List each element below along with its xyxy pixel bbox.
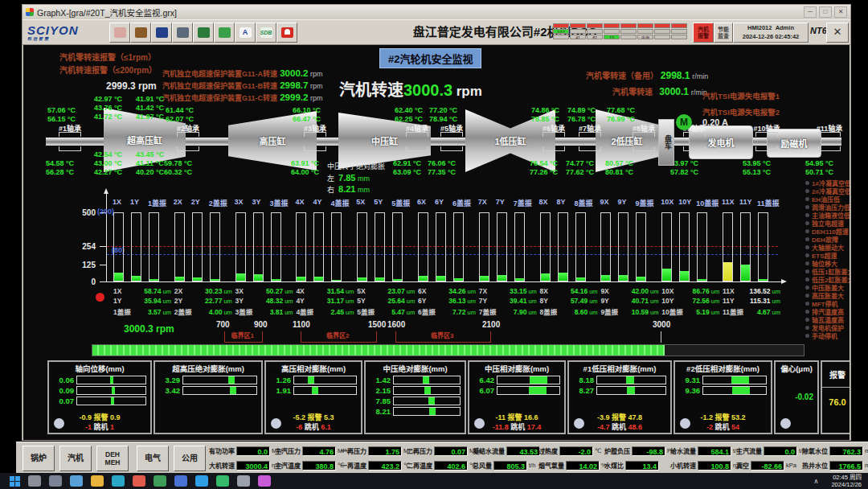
alarm-grid-cell[interactable] bbox=[587, 29, 603, 34]
alarm-grid-cell[interactable] bbox=[620, 35, 637, 39]
vib-value: 3.57 bbox=[148, 308, 162, 316]
uhp-casing-temp: 40.20 °C bbox=[136, 168, 186, 176]
alarm-grid-cell[interactable] bbox=[620, 23, 637, 28]
folder-icon[interactable] bbox=[91, 475, 104, 487]
edge-browser-icon[interactable] bbox=[112, 475, 125, 487]
chart-y-tick: 125 bbox=[73, 261, 96, 269]
display-icon[interactable] bbox=[193, 23, 214, 43]
panel-value: 8.18 bbox=[573, 376, 594, 384]
alarm-grid-cell[interactable] bbox=[604, 23, 620, 28]
tools-icon[interactable] bbox=[130, 23, 151, 43]
alarm-bell-icon[interactable] bbox=[276, 23, 297, 43]
cards-icon[interactable] bbox=[214, 23, 235, 43]
vib-value-label: 7Y bbox=[479, 297, 487, 305]
alarm-grid-cell[interactable]: 82 bbox=[587, 35, 603, 39]
panel-row: 3.42 bbox=[159, 386, 257, 395]
alarm-grid-cell[interactable] bbox=[570, 23, 586, 28]
widgets-icon[interactable] bbox=[70, 475, 83, 487]
vib-bar-label: 7Y bbox=[496, 198, 505, 206]
settings-icon[interactable] bbox=[237, 475, 250, 487]
vib-value-cell: 8Y57.49um bbox=[540, 297, 598, 305]
status-field-label: 主汽流量 bbox=[736, 446, 762, 455]
operator-station-icon[interactable] bbox=[151, 23, 172, 43]
alarm-grid-cell[interactable] bbox=[553, 35, 569, 39]
vib-value: 50.27 bbox=[266, 287, 283, 295]
nav-button-5[interactable]: 公用 bbox=[174, 446, 206, 471]
turbine-alarm-button[interactable]: 汽机报警 bbox=[693, 23, 714, 43]
sdb-logo-icon[interactable]: SDB bbox=[256, 23, 276, 43]
nav-button-2[interactable]: 汽机 bbox=[59, 446, 92, 471]
tray-expand-icon[interactable]: ∧ bbox=[814, 478, 819, 485]
alarm-grid-cell[interactable]: 1/17 bbox=[553, 29, 569, 34]
nav-button-4[interactable]: 电气 bbox=[137, 446, 169, 471]
machine-config-icon[interactable] bbox=[172, 23, 193, 43]
ja-logo-icon[interactable]: A bbox=[235, 23, 256, 43]
uhp-casing-temp: 41.97 °C bbox=[136, 113, 186, 121]
taskbar-clock[interactable]: 02:45 周四 2024/12/26 bbox=[831, 474, 862, 488]
vib-value-cell: 3X50.27um bbox=[235, 287, 293, 295]
vib-value-cell: 8X54.16um bbox=[540, 287, 598, 295]
vib-value: 10.59 bbox=[632, 308, 649, 316]
chrome-browser-icon[interactable] bbox=[133, 475, 145, 487]
search-icon[interactable] bbox=[28, 475, 41, 487]
vib-value-unit: um bbox=[163, 309, 171, 316]
panel-status-lamp-icon bbox=[271, 418, 281, 429]
alarm-grid-cell[interactable]: 13 bbox=[604, 35, 620, 39]
vib-bar-label: 10X bbox=[661, 198, 674, 206]
panel-value: 8.21 bbox=[370, 407, 391, 416]
alarm-grid-cell[interactable] bbox=[637, 29, 653, 34]
bottom-status-strip: 锅炉汽机DEHMEH电气公用 有功功率0.0MW主汽压力4.76MPa一再压力1… bbox=[16, 442, 868, 474]
vib-bar-fill bbox=[175, 277, 184, 281]
alarm-grid-cell[interactable] bbox=[637, 23, 653, 28]
vib-bar-label: 3盖振 bbox=[270, 198, 289, 208]
window-restore-button[interactable]: □ bbox=[819, 6, 832, 18]
panel-value: 1.42 bbox=[370, 376, 391, 384]
panel-alarm-limits: -3.9 报警 47.8 bbox=[569, 413, 670, 422]
green-app-icon[interactable] bbox=[216, 475, 229, 487]
alarm-grid-cell[interactable] bbox=[671, 29, 687, 34]
aux-toolbar-button[interactable]: 节能监查 bbox=[714, 23, 733, 43]
alarm-grid-cell[interactable] bbox=[553, 23, 569, 28]
alarm-grid-cell[interactable] bbox=[620, 29, 637, 34]
nav-button-1[interactable]: 锅炉 bbox=[23, 446, 55, 471]
vib-value-cell: 3Y48.32um bbox=[235, 297, 293, 305]
window-close-button[interactable]: ✕ bbox=[834, 6, 847, 18]
alarm-grid-cell[interactable] bbox=[654, 35, 670, 39]
store-icon[interactable] bbox=[154, 475, 166, 487]
window-minimize-button[interactable]: ─ bbox=[804, 6, 817, 18]
nav-button-3[interactable]: DEHMEH bbox=[96, 446, 129, 471]
taskview-icon[interactable] bbox=[49, 475, 62, 487]
panel-bar-indicator bbox=[423, 376, 429, 384]
alarm-grid-cell[interactable] bbox=[654, 23, 670, 28]
users-icon[interactable] bbox=[109, 23, 130, 43]
nav-button-label: 锅炉 bbox=[31, 454, 47, 462]
mail-icon[interactable] bbox=[174, 475, 187, 487]
alarm-grid-cell[interactable]: 41 bbox=[570, 35, 586, 39]
speed-scale-tick bbox=[661, 331, 661, 343]
vib-value-unit: um bbox=[650, 288, 658, 295]
bearing-bracket-top bbox=[633, 132, 655, 137]
window-titlebar[interactable]: GraphX-[gra/#20T_汽机安全监视.grx] ─ □ ✕ bbox=[23, 5, 850, 19]
alarm-grid-cell[interactable] bbox=[570, 29, 586, 34]
status-field-label: 二再温度 bbox=[407, 461, 432, 470]
local-speed-readout: 2999.3 rpm bbox=[106, 80, 157, 92]
alarm-grid-cell[interactable] bbox=[604, 29, 620, 34]
vib-bar bbox=[636, 212, 646, 281]
media-app-icon[interactable] bbox=[258, 475, 271, 487]
alarm-grid-cell[interactable] bbox=[671, 23, 687, 28]
status-field-label: 总风量 bbox=[473, 461, 492, 470]
vib-bar-label: 9X bbox=[600, 198, 608, 206]
alarm-grid-cell[interactable] bbox=[587, 23, 603, 28]
panel-bar-indicator bbox=[312, 387, 318, 394]
alarm-grid-cell[interactable]: 电源 bbox=[637, 35, 653, 39]
trip-high: 17.4 bbox=[527, 423, 542, 431]
start-icon[interactable] bbox=[10, 476, 20, 487]
panel-bar bbox=[393, 397, 461, 405]
trip-indicator: 润滑油压力低 bbox=[805, 203, 850, 211]
alarm-grid-cell[interactable] bbox=[654, 29, 670, 34]
alarm-grid-cell[interactable] bbox=[671, 35, 687, 39]
uhp-casing-temp: 41.11 °C bbox=[136, 159, 186, 167]
toolbar-close-button[interactable]: ✕ bbox=[826, 23, 849, 43]
code-editor-icon[interactable] bbox=[195, 475, 208, 487]
vib-value-cell: 4盖振2.45um bbox=[296, 306, 354, 316]
